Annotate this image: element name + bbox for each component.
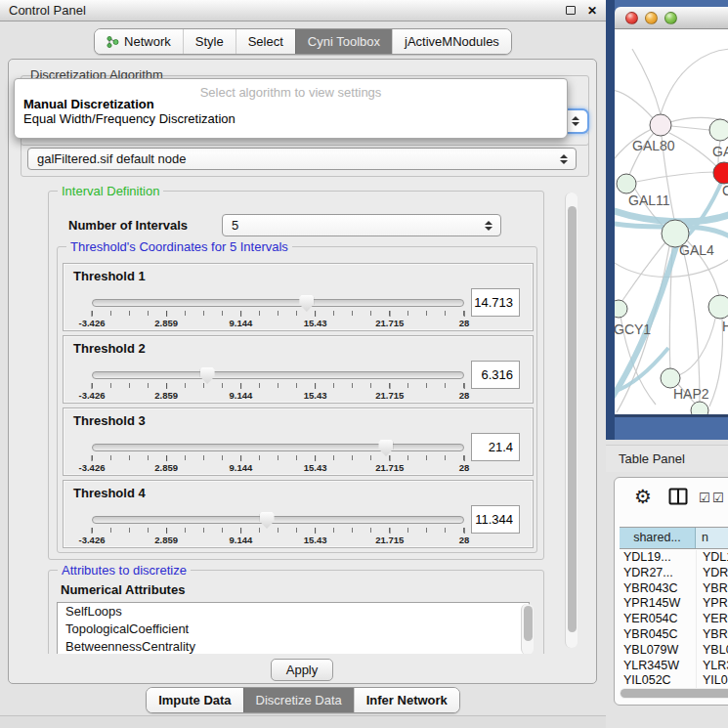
table-horizontal-scrollbar-thumb[interactable] <box>621 689 728 698</box>
table-cell-shared-name[interactable]: YDL19... <box>620 550 696 566</box>
float-window-icon[interactable] <box>566 6 576 15</box>
attribute-item[interactable]: BetweennessCentrality <box>58 638 529 654</box>
table-cell-name[interactable]: YIL0 <box>696 673 728 689</box>
tab-cyni-toolbox[interactable]: Cyni Toolbox <box>295 29 392 54</box>
network-node-gal11[interactable] <box>617 174 636 193</box>
bottom-tab-impute-data[interactable]: Impute Data <box>147 688 242 712</box>
network-node-topright[interactable] <box>709 119 728 141</box>
table-row[interactable]: YBR045C YBR0 <box>620 627 728 643</box>
table-cell-name[interactable]: YBR0 <box>696 581 728 597</box>
table-row[interactable]: YPR145W YPR1 <box>620 596 728 612</box>
slider-handle[interactable] <box>299 295 314 312</box>
bottom-tab-discretize-label: Discretize Data <box>256 693 342 707</box>
network-node-gal80[interactable] <box>650 114 671 136</box>
slider-handle[interactable] <box>200 367 215 384</box>
table-row[interactable]: YER054C YER0 <box>620 612 728 627</box>
slider-track[interactable] <box>92 444 464 451</box>
slider-handle[interactable] <box>260 512 275 529</box>
threshold-1-slider[interactable] <box>92 299 464 309</box>
table-data-combobox[interactable]: galFiltered.sif default node <box>27 148 577 170</box>
table-cell-shared-name[interactable]: YIL052C <box>620 673 696 689</box>
table-cell-shared-name[interactable]: YDR27... <box>620 566 696 581</box>
network-node-label: GA <box>712 144 728 159</box>
network-node-hap2[interactable] <box>661 368 680 388</box>
table-cell-name[interactable]: YDL1 <box>696 550 728 566</box>
table-cell-name[interactable]: YBR0 <box>696 627 728 643</box>
table-cell-name[interactable]: YLR3 <box>696 659 728 674</box>
table-row[interactable]: YDR27... YDR2 <box>620 566 728 581</box>
threshold-3-value-input[interactable] <box>471 433 520 461</box>
slider-tick-labels: -3.4262.8599.14415.4321.71528 <box>92 533 464 543</box>
table-data-value: galFiltered.sif default node <box>37 151 186 166</box>
attribute-item[interactable]: TopologicalCoefficient <box>58 621 529 638</box>
table-header-name[interactable]: n <box>696 528 728 548</box>
attribute-item[interactable]: SelfLoops <box>58 603 529 621</box>
checkbox-checked-icon[interactable]: ☑ <box>699 491 710 505</box>
top-tab-bar: Network Style Select Cyni Toolbox jActiv… <box>0 28 606 55</box>
network-node-gcy1[interactable] <box>615 300 627 318</box>
checkbox-checked-icon[interactable]: ☑ <box>712 491 724 505</box>
attributes-list-scrollbar[interactable] <box>521 604 534 654</box>
settings-viewport: Interval Definition Number of Intervals … <box>17 187 572 654</box>
table-cell-shared-name[interactable]: YER054C <box>620 612 696 627</box>
slider-tick-label: 2.859 <box>154 390 178 401</box>
table-row[interactable]: YIL052C YIL0 <box>620 673 728 689</box>
threshold-4-slider[interactable] <box>92 516 464 526</box>
slider-handle[interactable] <box>378 440 393 456</box>
table-row[interactable]: YBL079W YBL0 <box>620 643 728 659</box>
number-of-intervals-combobox[interactable]: 5 <box>222 214 501 236</box>
settings-scrollbar[interactable] <box>565 193 578 648</box>
table-cell-name[interactable]: YDR2 <box>696 566 728 581</box>
popup-item-equal-width[interactable]: Equal Width/Frequency Discretization <box>15 111 567 126</box>
algorithm-combobox[interactable] <box>566 108 589 134</box>
table-row[interactable]: YBR043C YBR0 <box>620 581 728 597</box>
threshold-4-value-input[interactable] <box>471 505 520 534</box>
slider-tick-label: 15.43 <box>304 462 327 473</box>
table-cell-shared-name[interactable]: YBR043C <box>620 581 696 597</box>
tab-style[interactable]: Style <box>183 29 236 54</box>
table-cell-shared-name[interactable]: YBR045C <box>620 627 696 643</box>
attributes-list-scrollbar-thumb[interactable] <box>524 606 533 641</box>
threshold-2-slider[interactable] <box>92 371 464 381</box>
slider-track[interactable] <box>92 371 464 379</box>
close-icon[interactable]: ✕ <box>587 4 597 18</box>
network-canvas[interactable]: GAL80 GA C GAL11 GAL4 GCY1 H HAP2 <box>615 29 728 414</box>
table-cell-shared-name[interactable]: YBL079W <box>620 643 696 659</box>
network-node-h[interactable] <box>708 295 728 319</box>
table-header-shared-name[interactable]: shared... <box>620 528 696 548</box>
traffic-light-minimize-icon[interactable] <box>645 12 658 24</box>
apply-button[interactable]: Apply <box>271 659 333 681</box>
traffic-light-zoom-icon[interactable] <box>664 12 677 24</box>
bottom-tab-infer-label: Infer Network <box>366 693 448 707</box>
table-cell-name[interactable]: YBL0 <box>696 643 728 659</box>
network-graph: GAL80 GA C GAL11 GAL4 GCY1 H HAP2 <box>615 29 728 414</box>
threshold-3-slider[interactable] <box>92 444 464 453</box>
number-of-intervals-label: Number of Intervals <box>68 218 188 233</box>
tab-select[interactable]: Select <box>236 29 295 54</box>
table-cell-name[interactable]: YER0 <box>696 612 728 627</box>
table-cell-shared-name[interactable]: YPR145W <box>620 596 696 612</box>
bottom-tab-infer-network[interactable]: Infer Network <box>354 688 459 712</box>
tab-jactivemnodules[interactable]: jActiveMNodules <box>392 29 511 54</box>
threshold-1-value-input[interactable] <box>471 288 520 317</box>
table-body: YDL19... YDL1 YDR27... YDR2 YBR043C YBR0… <box>620 550 728 691</box>
network-node-bottom[interactable] <box>691 402 708 414</box>
table-cell-shared-name[interactable]: YLR345W <box>620 659 696 674</box>
traffic-light-close-icon[interactable] <box>625 12 638 24</box>
table-row[interactable]: YLR345W YLR3 <box>620 659 728 674</box>
slider-tick-label: 28 <box>459 535 470 545</box>
slider-track[interactable] <box>92 299 464 307</box>
tab-network[interactable]: Network <box>95 29 183 54</box>
table-cell-name[interactable]: YPR1 <box>696 596 728 612</box>
gear-icon[interactable]: ⚙ <box>634 485 652 508</box>
network-window-titlebar[interactable] <box>615 7 728 29</box>
attributes-listbox[interactable]: SelfLoopsTopologicalCoefficientBetweenne… <box>57 602 530 654</box>
slider-track[interactable] <box>92 516 464 524</box>
table-row[interactable]: YDL19... YDL1 <box>620 550 728 566</box>
threshold-2-value-input[interactable] <box>471 361 520 389</box>
slider-tick-labels: -3.4262.8599.14415.4321.71528 <box>92 460 464 471</box>
settings-scrollbar-thumb[interactable] <box>568 206 577 632</box>
split-view-icon[interactable] <box>668 488 688 506</box>
bottom-tab-discretize-data[interactable]: Discretize Data <box>243 688 354 712</box>
table-horizontal-scrollbar[interactable] <box>620 688 728 699</box>
